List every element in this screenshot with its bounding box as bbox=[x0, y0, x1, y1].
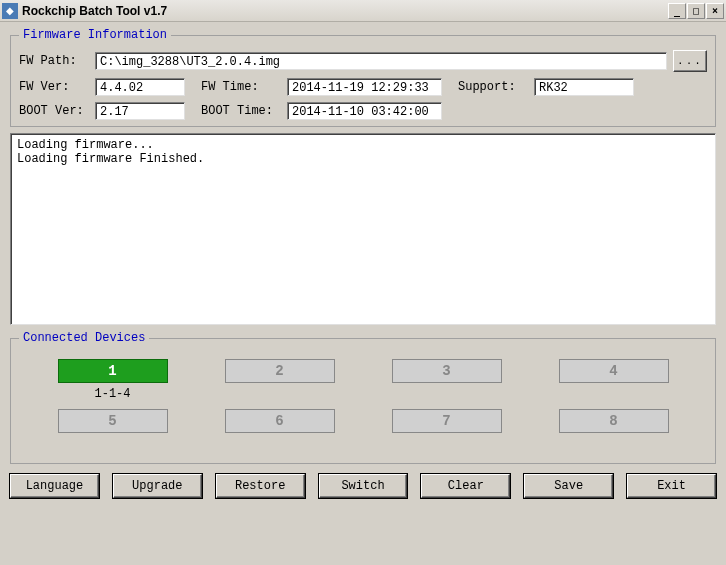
app-icon: ◆ bbox=[2, 3, 18, 19]
device-slot-8: 8 bbox=[540, 409, 687, 451]
restore-button[interactable]: Restore bbox=[216, 474, 305, 498]
device-button-8[interactable]: 8 bbox=[559, 409, 669, 433]
connected-devices-legend: Connected Devices bbox=[19, 331, 149, 345]
close-button[interactable]: × bbox=[706, 3, 724, 19]
device-button-1[interactable]: 1 bbox=[58, 359, 168, 383]
exit-button[interactable]: Exit bbox=[627, 474, 716, 498]
switch-button[interactable]: Switch bbox=[319, 474, 408, 498]
device-button-5[interactable]: 5 bbox=[58, 409, 168, 433]
device-slot-4: 4 bbox=[540, 359, 687, 401]
log-line: Loading firmware... bbox=[17, 138, 154, 152]
device-button-4[interactable]: 4 bbox=[559, 359, 669, 383]
connected-devices-group: Connected Devices 1 1-1-4 2 3 4 5 bbox=[10, 331, 716, 464]
fw-time-field: 2014-11-19 12:29:33 bbox=[287, 78, 442, 96]
device-slot-5: 5 bbox=[39, 409, 186, 451]
clear-button[interactable]: Clear bbox=[421, 474, 510, 498]
boot-time-label: BOOT Time: bbox=[201, 104, 281, 118]
fw-ver-label: FW Ver: bbox=[19, 80, 89, 94]
device-slot-2: 2 bbox=[206, 359, 353, 401]
device-button-6[interactable]: 6 bbox=[225, 409, 335, 433]
firmware-info-group: Firmware Information FW Path: C:\img_328… bbox=[10, 28, 716, 127]
upgrade-button[interactable]: Upgrade bbox=[113, 474, 202, 498]
boot-time-field: 2014-11-10 03:42:00 bbox=[287, 102, 442, 120]
minimize-button[interactable]: _ bbox=[668, 3, 686, 19]
maximize-button[interactable]: □ bbox=[687, 3, 705, 19]
device-button-3[interactable]: 3 bbox=[392, 359, 502, 383]
window-title: Rockchip Batch Tool v1.7 bbox=[22, 4, 667, 18]
device-button-7[interactable]: 7 bbox=[392, 409, 502, 433]
language-button[interactable]: Language bbox=[10, 474, 99, 498]
titlebar: ◆ Rockchip Batch Tool v1.7 _ □ × bbox=[0, 0, 726, 22]
bottom-toolbar: Language Upgrade Restore Switch Clear Sa… bbox=[10, 470, 716, 498]
boot-ver-field: 2.17 bbox=[95, 102, 185, 120]
content: Firmware Information FW Path: C:\img_328… bbox=[0, 22, 726, 506]
boot-ver-label: BOOT Ver: bbox=[19, 104, 89, 118]
fw-path-label: FW Path: bbox=[19, 54, 89, 68]
log-line: Loading firmware Finished. bbox=[17, 152, 204, 166]
fw-path-field[interactable]: C:\img_3288\UT3_2.0.4.img bbox=[95, 52, 667, 70]
window-controls: _ □ × bbox=[667, 3, 724, 19]
browse-button[interactable]: ... bbox=[673, 50, 707, 72]
support-label: Support: bbox=[458, 80, 528, 94]
firmware-info-legend: Firmware Information bbox=[19, 28, 171, 42]
device-slot-7: 7 bbox=[373, 409, 520, 451]
fw-ver-field: 4.4.02 bbox=[95, 78, 185, 96]
device-slot-1: 1 1-1-4 bbox=[39, 359, 186, 401]
device-slot-3: 3 bbox=[373, 359, 520, 401]
device-label-1: 1-1-4 bbox=[94, 387, 130, 401]
save-button[interactable]: Save bbox=[524, 474, 613, 498]
device-button-2[interactable]: 2 bbox=[225, 359, 335, 383]
support-field: RK32 bbox=[534, 78, 634, 96]
fw-time-label: FW Time: bbox=[201, 80, 281, 94]
device-slot-6: 6 bbox=[206, 409, 353, 451]
log-output[interactable]: Loading firmware... Loading firmware Fin… bbox=[10, 133, 716, 325]
